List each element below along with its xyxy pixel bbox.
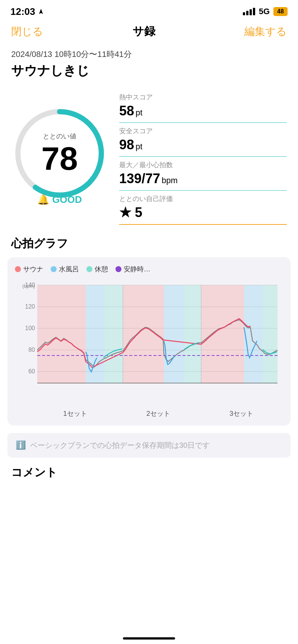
safety-value: 98pt	[119, 137, 287, 153]
info-box: ℹ️ ベーシックプランでの心拍データ保存期間は30日です	[7, 433, 291, 458]
battery-indicator: 48	[273, 7, 288, 16]
heat-label: 熱中スコア	[119, 93, 287, 102]
score-item-self: ととのい自己評価 ★ 5	[119, 191, 287, 225]
svg-rect-17	[86, 285, 104, 383]
svg-rect-24	[263, 285, 278, 383]
score-section: ととのい値 78 🔔 GOOD 熱中スコア 58pt 安全スコア 98pt 最大…	[0, 89, 298, 232]
gauge-badge: 🔔 GOOD	[37, 194, 82, 205]
legend-resting-hr: 安静時…	[115, 265, 150, 274]
info-icon: ℹ️	[16, 440, 26, 450]
self-label: ととのい自己評価	[119, 194, 287, 203]
location-icon	[38, 8, 44, 15]
self-value: ★ 5	[119, 205, 287, 220]
heat-value: 58pt	[119, 103, 287, 119]
hr-value: 139/77bpm	[119, 171, 287, 186]
cold-dot	[51, 266, 57, 272]
status-right: 5G 48	[243, 7, 288, 16]
legend-cold: 水風呂	[51, 265, 79, 274]
x-label-3: 3セット	[200, 409, 283, 418]
svg-text:80: 80	[28, 347, 35, 353]
svg-rect-23	[244, 285, 263, 383]
badge-label: GOOD	[52, 194, 82, 205]
svg-rect-18	[104, 285, 123, 383]
home-indicator	[123, 637, 175, 640]
record-header: 2024/08/13 10時10分〜11時41分 サウナしきじ	[0, 45, 298, 89]
status-bar: 12:03 5G 48	[0, 0, 298, 20]
svg-text:100: 100	[25, 325, 35, 331]
bell-icon: 🔔	[37, 194, 49, 205]
time-display: 12:03	[10, 6, 35, 17]
gauge-inner: ととのい値 78	[11, 105, 108, 202]
x-label-2: 2セット	[117, 409, 200, 418]
chart-x-labels: 1セット 2セット 3セット	[15, 406, 283, 418]
legend-rest: 休憩	[86, 265, 108, 274]
info-text: ベーシックプランでの心拍データ保存期間は30日です	[30, 440, 210, 451]
svg-text:60: 60	[28, 368, 35, 374]
close-button[interactable]: 閉じる	[11, 25, 43, 39]
safety-label: 安全スコア	[119, 127, 287, 136]
signal-icon	[243, 8, 255, 15]
svg-rect-16	[37, 285, 86, 383]
heart-rate-chart: 140 120 100 80 60 (bpm)	[15, 280, 283, 406]
gauge-value: 78	[41, 142, 78, 175]
resting-dot	[115, 266, 121, 272]
svg-rect-20	[164, 285, 184, 383]
chart-legend: サウナ 水風呂 休憩 安静時…	[15, 265, 283, 274]
nav-bar: 閉じる サ録 編集する	[0, 20, 298, 45]
x-label-1: 1セット	[34, 409, 117, 418]
graph-section-title: 心拍グラフ	[0, 232, 298, 257]
nav-title: サ録	[133, 24, 155, 39]
scores-right: 熱中スコア 58pt 安全スコア 98pt 最大／最小心拍数 139/77bpm…	[119, 89, 287, 225]
network-label: 5G	[259, 7, 270, 16]
svg-rect-22	[201, 285, 244, 383]
graph-card: サウナ 水風呂 休憩 安静時… 140 120 100 80 60 (bpm)	[7, 257, 291, 425]
hr-label: 最大／最小心拍数	[119, 160, 287, 169]
record-place: サウナしきじ	[11, 62, 287, 79]
svg-text:120: 120	[25, 303, 35, 310]
comment-section-title: コメント	[0, 458, 298, 484]
score-item-heat: 熱中スコア 58pt	[119, 89, 287, 123]
svg-rect-19	[123, 285, 164, 383]
svg-rect-21	[184, 285, 201, 383]
legend-sauna: サウナ	[15, 265, 43, 274]
score-item-safety: 安全スコア 98pt	[119, 123, 287, 157]
edit-button[interactable]: 編集する	[244, 25, 287, 39]
status-time: 12:03	[10, 6, 44, 17]
score-item-hr: 最大／最小心拍数 139/77bpm	[119, 157, 287, 191]
gauge-container: ととのい値 78 🔔 GOOD	[11, 105, 108, 209]
chart-area: 140 120 100 80 60 (bpm)	[15, 280, 283, 406]
sauna-dot	[15, 266, 21, 272]
gauge-label: ととのい値	[43, 132, 76, 141]
rest-dot	[86, 266, 92, 272]
record-date: 2024/08/13 10時10分〜11時41分	[11, 49, 287, 60]
svg-text:(bpm): (bpm)	[22, 283, 35, 289]
